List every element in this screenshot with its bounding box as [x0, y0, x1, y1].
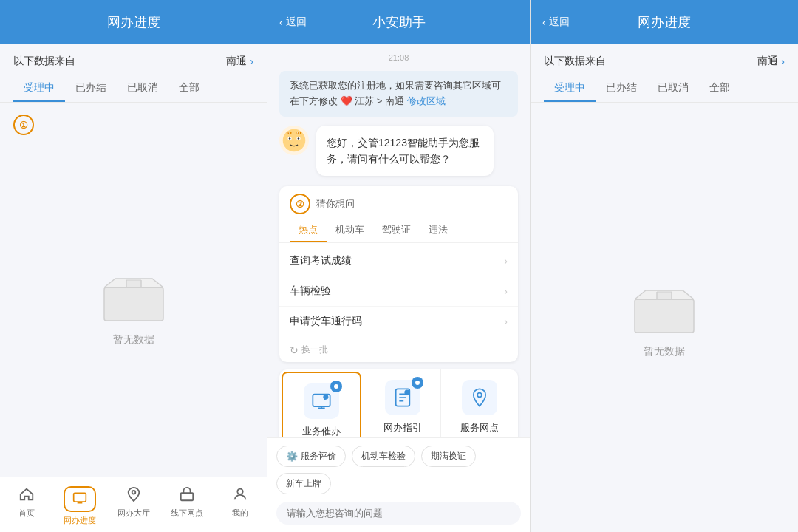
suggestions-card: ② 猜你想问 热点 机动车 驾驶证 违法 查询考试成绩 — [279, 186, 518, 362]
chat-input[interactable] — [287, 508, 511, 519]
tab-all[interactable]: 全部 — [168, 75, 210, 102]
chevron-icon: › — [504, 285, 508, 297]
right-data-source-row: 以下数据来自 南通 › — [531, 44, 798, 75]
chat-input-row — [276, 502, 521, 525]
location-display: ❤️ 江苏 > 南通 — [341, 95, 407, 106]
mine-icon — [232, 486, 248, 505]
empty-state-left: 暂无数据 — [97, 265, 171, 347]
tab-cancelled[interactable]: 已取消 — [117, 75, 168, 102]
refresh-icon: ↻ — [290, 344, 299, 356]
middle-bottom-bar: ⚙️ 服务评价 机动车检验 期满换证 新车上牌 — [267, 437, 530, 532]
suggestions-header: ② 猜你想问 — [279, 186, 518, 219]
nav-offline[interactable]: 线下网点 — [160, 483, 214, 529]
offline-icon — [179, 486, 195, 505]
progress-icon-wrap — [64, 486, 96, 512]
bot-bubble: 您好，交管12123智能助手为您服务，请问有什么可以帮您？ — [316, 126, 494, 177]
service-icon-bg — [462, 380, 497, 415]
svg-rect-8 — [180, 493, 193, 500]
qa-service[interactable]: 服务网点 — [440, 369, 518, 437]
quick-actions: ! 业务催办 ! — [279, 369, 518, 437]
suggestion-tab-bar: 热点 机动车 驾驶证 违法 — [279, 219, 518, 243]
right-tab-done[interactable]: 已办结 — [596, 75, 647, 102]
svg-point-14 — [298, 137, 300, 140]
svg-text:!: ! — [406, 392, 406, 395]
svg-text:!: ! — [324, 396, 325, 400]
s-tab-motor[interactable]: 机动车 — [327, 219, 373, 242]
tab-receiving[interactable]: 受理中 — [13, 75, 65, 102]
middle-back-button[interactable]: ‹ 返回 — [279, 16, 307, 29]
right-back-button[interactable]: ‹ 返回 — [542, 16, 570, 29]
left-content-area: 暂无数据 — [0, 135, 267, 477]
s-tab-violation[interactable]: 违法 — [420, 219, 457, 242]
middle-header: ‹ 返回 小安助手 — [267, 0, 530, 44]
quick-tags: ⚙️ 服务评价 机动车检验 期满换证 新车上牌 — [276, 446, 521, 494]
data-source-row: 以下数据来自 南通 › — [0, 44, 267, 75]
nav-hall[interactable]: 网办大厅 — [106, 483, 160, 529]
home-icon — [18, 486, 35, 505]
location-chevron: › — [250, 55, 253, 67]
bot-avatar: 12 12 — [279, 126, 309, 155]
qtag-renewal[interactable]: 期满换证 — [421, 446, 476, 467]
qtag-new-plate[interactable]: 新车上牌 — [276, 473, 331, 494]
left-header: 网办进度 — [0, 0, 267, 44]
refresh-row[interactable]: ↻ 换一批 — [279, 339, 518, 362]
nav-progress[interactable]: 网办进度 — [53, 483, 106, 529]
svg-rect-0 — [104, 287, 163, 321]
svg-text:12: 12 — [296, 132, 300, 135]
back-chevron-icon: ‹ — [279, 16, 283, 28]
suggestion-item-2[interactable]: 申请货车通行码 › — [279, 307, 518, 336]
qtag-service-eval[interactable]: ⚙️ 服务评价 — [276, 446, 346, 467]
right-panel: ‹ 返回 网办进度 以下数据来自 南通 › 受理中 已办结 已取消 全部 — [531, 0, 798, 532]
hall-icon — [126, 486, 142, 505]
qa-guide[interactable]: ! 网办指引 — [364, 369, 441, 437]
suggestion-item-1[interactable]: 车辆检验 › — [279, 276, 518, 307]
svg-point-13 — [289, 137, 291, 140]
nav-home[interactable]: 首页 — [0, 483, 53, 529]
right-tab-receiving[interactable]: 受理中 — [544, 75, 596, 102]
right-tab-bar: 受理中 已办结 已取消 全部 — [531, 75, 798, 103]
progress-icon — [72, 491, 87, 508]
svg-rect-33 — [635, 299, 694, 332]
left-empty-text: 暂无数据 — [113, 333, 154, 347]
svg-point-7 — [132, 491, 135, 494]
empty-box-icon — [97, 265, 171, 324]
suggestions-label: 猜你想问 — [316, 197, 355, 211]
middle-panel: ‹ 返回 小安助手 21:08 系统已获取您的注册地，如果需要咨询其它区域可在下… — [267, 0, 531, 532]
right-tab-all[interactable]: 全部 — [699, 75, 740, 102]
system-message: 系统已获取您的注册地，如果需要咨询其它区域可在下方修改 ❤️ 江苏 > 南通 修… — [279, 71, 518, 117]
bot-message: 12 12 您好，交管12123智能助手为您服务，请问有什么可以帮您？ — [279, 126, 518, 177]
qa-urge[interactable]: ! 业务催办 — [282, 372, 361, 437]
right-data-source-label: 以下数据来自 — [544, 55, 606, 68]
guide-icon-bg: ! — [385, 380, 420, 415]
qtag-motor-check[interactable]: 机动车检验 — [352, 446, 415, 467]
right-tab-cancelled[interactable]: 已取消 — [647, 75, 699, 102]
step-badge-1: ① — [13, 115, 34, 135]
settings-icon: ⚙️ — [286, 451, 298, 462]
data-source-label: 以下数据来自 — [13, 55, 75, 68]
step-badge-2: ② — [290, 194, 310, 214]
nav-mine[interactable]: 我的 — [214, 483, 267, 529]
guide-icon: ! — [392, 387, 413, 408]
back-chevron-icon-right: ‹ — [542, 16, 546, 28]
s-tab-hot[interactable]: 热点 — [290, 219, 327, 242]
bottom-nav: 首页 网办进度 网办大厅 — [0, 477, 267, 532]
location-text: 南通 — [226, 55, 247, 68]
svg-text:12: 12 — [287, 132, 290, 135]
s-tab-license[interactable]: 驾驶证 — [373, 219, 420, 242]
right-location-chevron: › — [781, 55, 785, 67]
svg-point-30 — [477, 393, 482, 398]
right-content-area: 暂无数据 — [531, 103, 798, 532]
location-display: 南通 › — [226, 55, 253, 68]
right-empty-text: 暂无数据 — [644, 345, 685, 358]
chevron-icon: › — [504, 255, 508, 267]
chevron-icon: › — [504, 316, 508, 327]
right-empty-box-icon — [627, 277, 701, 336]
tab-done[interactable]: 已办结 — [65, 75, 117, 102]
bot-avatar-icon: 12 12 — [282, 128, 307, 153]
modify-location-link[interactable]: 修改区域 — [407, 95, 446, 106]
timestamp: 21:08 — [279, 53, 518, 62]
svg-point-9 — [237, 489, 242, 494]
suggestion-item-0[interactable]: 查询考试成绩 › — [279, 246, 518, 276]
left-tab-bar: 受理中 已办结 已取消 全部 — [0, 75, 267, 103]
suggestion-list: 查询考试成绩 › 车辆检验 › 申请货车通行码 › — [279, 243, 518, 339]
